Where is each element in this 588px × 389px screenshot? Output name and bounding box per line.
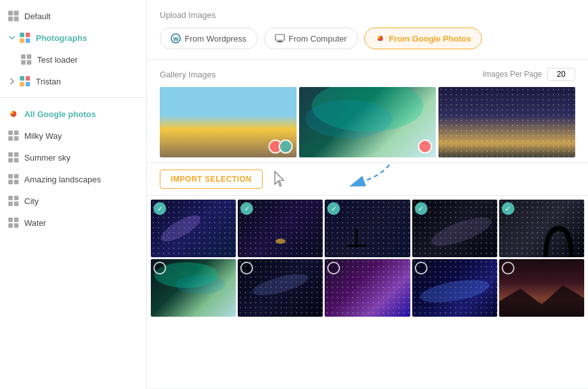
photo-thumb-5[interactable]: ✓ <box>499 200 584 257</box>
sidebar-item-label: Photographs <box>36 33 87 43</box>
sidebar-item-label: Milky Way <box>24 131 62 141</box>
sidebar-item-label: City <box>24 196 38 206</box>
photo-thumb-1[interactable]: ✓ <box>151 200 236 257</box>
images-per-page-label: Images Per Page <box>483 70 542 79</box>
from-google-button[interactable]: From Google Photos <box>364 28 483 49</box>
svg-rect-7 <box>26 38 30 43</box>
svg-rect-18 <box>14 131 19 135</box>
svg-rect-24 <box>14 158 19 163</box>
google-photos-grid: ✓ ✓ ✓ <box>147 196 588 321</box>
chevron-down-icon <box>8 33 17 42</box>
sidebar-item-amazing-landscapes[interactable]: Amazing landscapes <box>0 168 146 190</box>
svg-rect-29 <box>8 196 13 200</box>
grid-icon <box>8 130 19 141</box>
grid-icon <box>8 217 19 228</box>
google-photos-button-icon <box>375 33 385 44</box>
photo-thumb-8[interactable] <box>325 259 410 317</box>
sidebar-item-summer-sky[interactable]: Summer sky <box>0 147 146 168</box>
google-photos-icon <box>8 108 19 120</box>
sidebar-item-city[interactable]: City <box>0 190 146 212</box>
photo-thumb-4[interactable]: ✓ <box>412 200 497 257</box>
sidebar-item-test-loader[interactable]: Test loader <box>0 49 146 70</box>
images-per-page-input[interactable] <box>547 68 575 81</box>
upload-buttons-group: W From Wordpress From Computer <box>160 28 575 49</box>
sidebar-item-default[interactable]: Default <box>0 5 146 27</box>
grid-icon <box>20 54 32 65</box>
gallery-image-2[interactable] <box>299 87 436 157</box>
svg-point-43 <box>306 100 392 138</box>
sidebar-item-label: All Google photos <box>24 109 96 119</box>
import-selection-label: IMPORT SELECTION <box>171 175 252 184</box>
check-selected-5: ✓ <box>502 202 514 215</box>
svg-rect-26 <box>14 174 19 179</box>
svg-rect-21 <box>8 152 13 157</box>
svg-rect-35 <box>8 223 13 228</box>
check-unselected-9 <box>415 262 428 274</box>
telescope-silhouette <box>344 222 369 254</box>
images-per-page-control: Images Per Page <box>483 68 575 81</box>
sidebar-item-photographs[interactable]: Photographs <box>0 27 146 49</box>
from-computer-button[interactable]: From Computer <box>264 28 358 49</box>
sidebar-item-tristan[interactable]: Tristan <box>0 70 146 92</box>
svg-rect-22 <box>14 152 19 157</box>
from-wordpress-button[interactable]: W From Wordpress <box>160 28 258 49</box>
photo-thumb-7[interactable] <box>238 259 323 317</box>
svg-rect-28 <box>14 180 19 184</box>
svg-point-52 <box>176 275 226 294</box>
grid-icon <box>8 195 19 207</box>
import-selection-button[interactable]: IMPORT SELECTION <box>160 170 263 189</box>
campfire-lights <box>271 235 290 248</box>
sidebar-item-milky-way[interactable]: Milky Way <box>0 125 146 147</box>
gallery-image-3[interactable] <box>438 87 575 157</box>
svg-point-54 <box>418 276 491 307</box>
svg-rect-27 <box>8 180 13 184</box>
svg-rect-9 <box>27 54 31 59</box>
svg-rect-25 <box>8 174 13 179</box>
svg-rect-14 <box>20 82 24 86</box>
sidebar-item-label: Amazing landscapes <box>24 175 101 184</box>
photo-thumb-10[interactable] <box>499 259 584 317</box>
check-unselected-6 <box>153 262 166 274</box>
gallery-section: Gallery Images Images Per Page <box>147 60 588 163</box>
google-photos-grid-wrapper: ✓ ✓ ✓ <box>147 196 588 388</box>
svg-point-53 <box>251 270 310 299</box>
sidebar-item-water[interactable]: Water <box>0 212 146 234</box>
svg-text:W: W <box>173 36 179 42</box>
sidebar-google-photos-nav: All Google photos Milky Way Summer sky <box>0 98 146 389</box>
sidebar-top: Default Photographs Test loader <box>0 0 146 98</box>
svg-point-46 <box>157 210 204 246</box>
svg-rect-15 <box>26 82 30 86</box>
main-content: Upload Images W From Wordpress From Comp… <box>147 0 588 389</box>
from-computer-label: From Computer <box>289 34 347 44</box>
sidebar-item-label: Water <box>24 218 46 228</box>
photo-thumb-6[interactable] <box>151 259 236 317</box>
svg-rect-3 <box>14 17 19 21</box>
svg-rect-1 <box>14 11 19 15</box>
svg-rect-0 <box>8 11 13 15</box>
svg-rect-30 <box>14 196 19 200</box>
chevron-right-icon <box>8 77 17 86</box>
upload-panel: Upload Images W From Wordpress From Comp… <box>147 0 588 60</box>
photo-thumb-3[interactable]: ✓ <box>325 200 410 257</box>
from-google-label: From Google Photos <box>389 34 472 44</box>
sidebar-item-label: Default <box>24 12 50 21</box>
sidebar-item-all-google[interactable]: All Google photos <box>0 103 146 125</box>
svg-rect-2 <box>8 17 13 21</box>
photo-thumb-9[interactable] <box>412 259 497 317</box>
photo-thumb-2[interactable]: ✓ <box>238 200 323 257</box>
grid-icon <box>8 152 19 163</box>
cursor-icon <box>273 170 286 188</box>
mountain-silhouette <box>499 282 584 317</box>
gallery-image-1[interactable] <box>160 87 297 157</box>
svg-rect-36 <box>14 223 19 228</box>
gallery-title: Gallery Images <box>160 70 215 79</box>
from-wordpress-label: From Wordpress <box>185 34 247 44</box>
svg-point-50 <box>428 212 494 251</box>
svg-rect-17 <box>8 131 13 135</box>
svg-rect-34 <box>14 218 19 222</box>
svg-rect-8 <box>21 54 26 59</box>
grid-icon <box>8 10 19 22</box>
gallery-header: Gallery Images Images Per Page <box>160 68 575 81</box>
svg-rect-20 <box>14 136 19 141</box>
grid-colored-icon <box>19 75 31 87</box>
